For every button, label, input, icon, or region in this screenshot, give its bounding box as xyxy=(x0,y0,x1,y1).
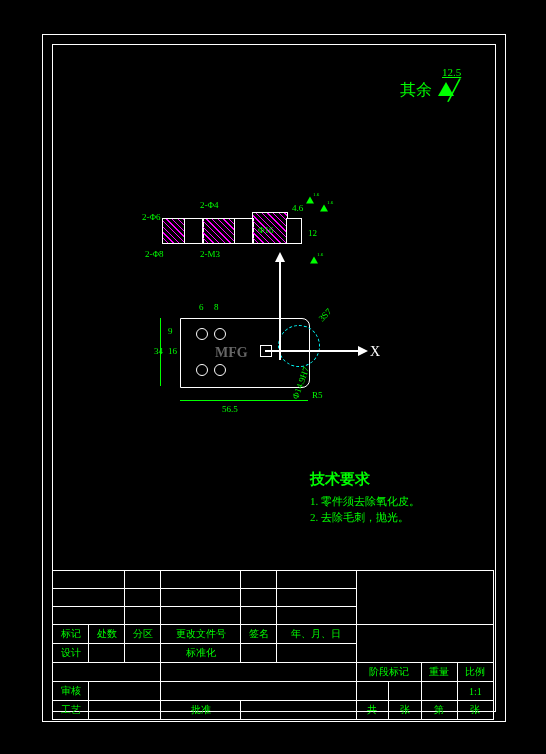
rough-3: 1.6 xyxy=(320,205,328,214)
dim-2m3: 2-M3 xyxy=(200,249,220,259)
y-axis-arrow xyxy=(279,260,281,360)
x-label: X xyxy=(370,344,380,360)
dim-2phi4: 2-Φ4 xyxy=(200,200,219,210)
dim-phi16: Φ16 xyxy=(258,225,274,235)
rough-1: 1.6 xyxy=(306,197,314,206)
dim-2phi6: 2-Φ6 xyxy=(142,212,161,222)
surface-finish: 其余 12.5 ╱ xyxy=(400,80,432,101)
watermark: MFG xyxy=(215,345,248,361)
dim-46: 4.6 xyxy=(292,203,303,213)
rough-2: 1.6 xyxy=(310,257,318,266)
dim-2phi8: 2-Φ8 xyxy=(145,249,164,259)
x-axis-arrow xyxy=(265,350,360,352)
dim-12: 12 xyxy=(308,228,317,238)
